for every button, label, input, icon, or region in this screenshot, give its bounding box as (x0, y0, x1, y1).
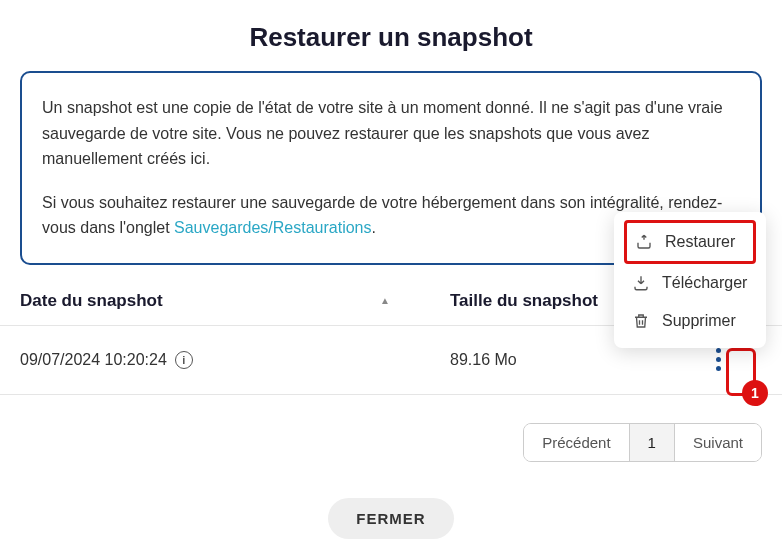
pagination: Précédent 1 Suivant (0, 395, 782, 462)
trash-icon (632, 312, 650, 330)
page-title: Restaurer un snapshot (0, 22, 782, 53)
actions-dropdown-menu: Restaurer Télécharger Supprimer (614, 212, 766, 348)
pagination-page-1[interactable]: 1 (630, 424, 675, 461)
pagination-next-button[interactable]: Suivant (675, 424, 761, 461)
menu-item-delete[interactable]: Supprimer (624, 302, 756, 340)
download-icon (632, 274, 650, 292)
info-icon[interactable]: i (175, 351, 193, 369)
column-header-date[interactable]: Date du snapshot ▲ (20, 291, 450, 311)
backup-restore-link[interactable]: Sauvegardes/Restaurations (174, 219, 371, 236)
close-button[interactable]: FERMER (328, 498, 453, 539)
snapshot-date: 09/07/2024 10:20:24 (20, 351, 167, 369)
menu-item-restore[interactable]: Restaurer (624, 220, 756, 264)
pagination-prev-button[interactable]: Précédent (524, 424, 629, 461)
restore-icon (635, 233, 653, 251)
menu-item-download[interactable]: Télécharger (624, 264, 756, 302)
info-paragraph-1: Un snapshot est une copie de l'état de v… (42, 95, 740, 172)
sort-asc-icon: ▲ (380, 295, 390, 306)
snapshot-size: 89.16 Mo (450, 351, 702, 369)
